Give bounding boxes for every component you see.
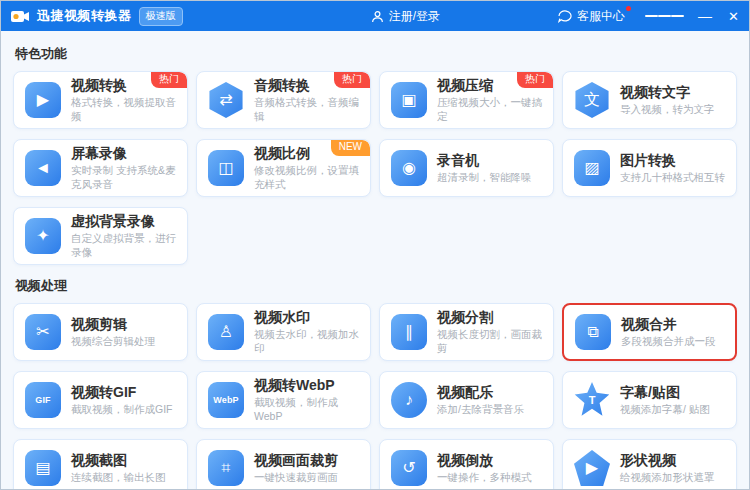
video-split-icon: ∥ <box>391 314 427 350</box>
card-title: 视频转GIF <box>71 384 173 400</box>
card-title: 视频水印 <box>254 309 362 325</box>
badge-new: NEW <box>331 140 370 156</box>
screen-record-icon: ◄ <box>25 150 61 186</box>
card-subtitle: 连续截图，输出长图 <box>71 471 166 485</box>
card-video-edit[interactable]: ✂ 视频剪辑 视频综合剪辑处理 <box>13 303 188 361</box>
card-subtitle: 视频添加字幕/ 贴图 <box>620 403 710 417</box>
video-screenshot-icon: ▤ <box>25 450 61 486</box>
card-title: 视频分割 <box>437 309 545 325</box>
card-video-compress[interactable]: ▣ 视频压缩 压缩视频大小，一键搞定 热门 <box>379 71 554 129</box>
card-virtual-bg-record[interactable]: ✦ 虚拟背景录像 自定义虚拟背景，进行录像 <box>13 207 188 265</box>
card-subtitle: 音频格式转换，音频编辑 <box>254 96 362 123</box>
card-subtitle: 给视频添加形状遮罩 <box>620 471 715 485</box>
card-subtitle: 压缩视频大小，一键搞定 <box>437 96 545 123</box>
card-video-ratio[interactable]: ◫ 视频比例 修改视频比例，设置填充样式 NEW <box>196 139 371 197</box>
card-title: 虚拟背景录像 <box>71 213 179 229</box>
card-voice-recorder[interactable]: ◉ 录音机 超清录制，智能降噪 <box>379 139 554 197</box>
minimize-button[interactable]: — <box>698 8 712 24</box>
card-title: 视频截图 <box>71 452 166 468</box>
image-convert-icon: ▨ <box>574 150 610 186</box>
badge-hot: 热门 <box>334 72 370 88</box>
card-video-crop[interactable]: ⌗ 视频画面裁剪 一键快速裁剪画面 <box>196 439 371 490</box>
subtitle-sticker-icon: T <box>574 382 610 418</box>
card-title: 录音机 <box>437 152 532 168</box>
video-watermark-icon: ♙ <box>208 314 244 350</box>
card-title: 形状视频 <box>620 452 715 468</box>
titlebar: 迅捷视频转换器 极速版 注册/登录 客服中心 — ✕ <box>1 1 749 31</box>
video-crop-icon: ⌗ <box>208 450 244 486</box>
card-video-screenshot[interactable]: ▤ 视频截图 连续截图，输出长图 <box>13 439 188 490</box>
badge-hot: 热门 <box>517 72 553 88</box>
card-title: 字幕/贴图 <box>620 384 710 400</box>
app-window: 迅捷视频转换器 极速版 注册/登录 客服中心 — ✕ 特色功能 ▶ <box>0 0 750 490</box>
card-subtitle: 格式转换，视频提取音频 <box>71 96 179 123</box>
video-to-webp-icon: WebP <box>208 382 244 418</box>
card-video-convert[interactable]: ▶ 视频转换 格式转换，视频提取音频 热门 <box>13 71 188 129</box>
section-title: 特色功能 <box>15 45 735 63</box>
card-video-reverse[interactable]: ↺ 视频倒放 一键操作，多种模式 <box>379 439 554 490</box>
card-grid: ✂ 视频剪辑 视频综合剪辑处理 ♙ 视频水印 视频去水印，视频加水印 ∥ 视频分… <box>13 303 737 490</box>
card-title: 视频倒放 <box>437 452 532 468</box>
card-title: 屏幕录像 <box>71 145 179 161</box>
card-screen-record[interactable]: ◄ 屏幕录像 实时录制 支持系统&麦克风录音 <box>13 139 188 197</box>
card-video-to-gif[interactable]: GIF 视频转GIF 截取视频，制作成GIF <box>13 371 188 429</box>
video-edit-icon: ✂ <box>25 314 61 350</box>
card-video-split[interactable]: ∥ 视频分割 视频长度切割，画面裁剪 <box>379 303 554 361</box>
card-shape-video[interactable]: ▶ 形状视频 给视频添加形状遮罩 <box>562 439 737 490</box>
version-badge: 极速版 <box>139 7 183 26</box>
card-subtitle: 支持几十种格式相互转 <box>620 171 725 185</box>
card-video-music[interactable]: ♪ 视频配乐 添加/去除背景音乐 <box>379 371 554 429</box>
section-title: 视频处理 <box>15 277 735 295</box>
card-video-to-text[interactable]: 文 视频转文字 导入视频，转为文字 <box>562 71 737 129</box>
video-merge-icon: ⧉ <box>575 314 611 350</box>
menu-button[interactable] <box>645 13 684 19</box>
chat-icon <box>558 10 572 23</box>
voice-recorder-icon: ◉ <box>391 150 427 186</box>
card-subtitle: 视频长度切割，画面裁剪 <box>437 328 545 355</box>
notification-dot <box>626 6 631 11</box>
app-logo-icon <box>11 9 30 24</box>
video-compress-icon: ▣ <box>391 82 427 118</box>
audio-convert-icon: ⇄ <box>208 82 244 118</box>
card-subtitle: 自定义虚拟背景，进行录像 <box>71 232 179 259</box>
card-subtitle: 修改视频比例，设置填充样式 <box>254 164 362 191</box>
virtual-bg-record-icon: ✦ <box>25 218 61 254</box>
card-video-to-webp[interactable]: WebP 视频转WebP 截取视频，制作成WebP <box>196 371 371 429</box>
card-subtitle-sticker[interactable]: T 字幕/贴图 视频添加字幕/ 贴图 <box>562 371 737 429</box>
service-button[interactable]: 客服中心 <box>558 8 625 25</box>
close-button[interactable]: ✕ <box>728 9 739 24</box>
card-subtitle: 添加/去除背景音乐 <box>437 403 524 417</box>
user-icon <box>371 10 384 23</box>
card-subtitle: 视频去水印，视频加水印 <box>254 328 362 355</box>
card-title: 图片转换 <box>620 152 725 168</box>
card-subtitle: 导入视频，转为文字 <box>620 103 715 117</box>
login-button[interactable]: 注册/登录 <box>371 8 440 25</box>
card-image-convert[interactable]: ▨ 图片转换 支持几十种格式相互转 <box>562 139 737 197</box>
card-video-merge[interactable]: ⧉ 视频合并 多段视频合并成一段 <box>562 303 737 361</box>
app-title: 迅捷视频转换器 <box>37 7 132 25</box>
card-title: 视频转WebP <box>254 377 362 393</box>
badge-hot: 热门 <box>151 72 187 88</box>
video-convert-icon: ▶ <box>25 82 61 118</box>
video-reverse-icon: ↺ <box>391 450 427 486</box>
card-video-watermark[interactable]: ♙ 视频水印 视频去水印，视频加水印 <box>196 303 371 361</box>
card-title: 视频合并 <box>621 316 716 332</box>
video-music-icon: ♪ <box>391 382 427 418</box>
card-subtitle: 超清录制，智能降噪 <box>437 171 532 185</box>
card-grid: ▶ 视频转换 格式转换，视频提取音频 热门 ⇄ 音频转换 音频格式转换，音频编辑… <box>13 71 737 265</box>
card-subtitle: 多段视频合并成一段 <box>621 335 716 349</box>
service-label: 客服中心 <box>577 8 625 25</box>
card-subtitle: 视频综合剪辑处理 <box>71 335 155 349</box>
card-subtitle: 截取视频，制作成GIF <box>71 403 173 417</box>
shape-video-icon: ▶ <box>574 450 610 486</box>
content: 特色功能 ▶ 视频转换 格式转换，视频提取音频 热门 ⇄ 音频转换 音频格式转换… <box>1 31 749 490</box>
login-label: 注册/登录 <box>389 8 440 25</box>
card-subtitle: 截取视频，制作成WebP <box>254 396 362 423</box>
video-to-gif-icon: GIF <box>25 382 61 418</box>
card-subtitle: 一键快速裁剪画面 <box>254 471 338 485</box>
card-subtitle: 一键操作，多种模式 <box>437 471 532 485</box>
card-title: 视频剪辑 <box>71 316 155 332</box>
card-audio-convert[interactable]: ⇄ 音频转换 音频格式转换，音频编辑 热门 <box>196 71 371 129</box>
card-title: 视频配乐 <box>437 384 524 400</box>
video-ratio-icon: ◫ <box>208 150 244 186</box>
